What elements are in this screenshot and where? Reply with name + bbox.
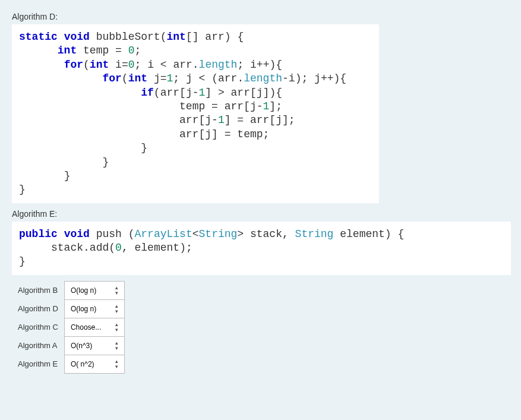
semi: ; bbox=[301, 72, 308, 84]
kw-int: int bbox=[58, 45, 77, 56]
lparen: ( bbox=[154, 87, 160, 99]
op-eq: = bbox=[237, 114, 244, 126]
semi: ; bbox=[237, 59, 244, 71]
semi: ; bbox=[135, 59, 141, 71]
dot: . bbox=[192, 59, 199, 71]
code-block-d: static void bubbleSort(int[] arr) { int … bbox=[12, 24, 379, 203]
comma: , bbox=[122, 242, 128, 254]
id-i: i bbox=[115, 59, 122, 71]
id-j: j bbox=[205, 114, 211, 126]
semi: ; bbox=[276, 100, 282, 112]
answer-label: Algorithm A bbox=[12, 336, 64, 355]
type-string: String bbox=[295, 228, 334, 240]
answer-row: Algorithm A O(n^3) ▴▾ bbox=[12, 336, 124, 355]
kw-static: static bbox=[19, 31, 58, 43]
op-eq: = bbox=[160, 72, 167, 84]
chevron-updown-icon: ▴▾ bbox=[115, 359, 118, 370]
answer-label: Algorithm D bbox=[12, 299, 64, 318]
answer-select[interactable]: O(n^3) ▴▾ bbox=[64, 336, 124, 355]
chevron-updown-icon: ▴▾ bbox=[115, 304, 118, 314]
op-lt: < bbox=[192, 228, 199, 240]
id-temp: temp bbox=[179, 100, 205, 112]
lbr: [ bbox=[198, 128, 205, 140]
num-0: 0 bbox=[128, 45, 135, 56]
select-value: O( n^2) bbox=[71, 360, 94, 368]
chevron-updown-icon: ▴▾ bbox=[115, 322, 118, 333]
comma: , bbox=[282, 228, 289, 240]
rparen: ) bbox=[385, 228, 391, 240]
type-arraylist: ArrayList bbox=[135, 228, 192, 240]
chevron-updown-icon: ▴▾ bbox=[115, 340, 118, 351]
num-1: 1 bbox=[218, 114, 225, 126]
rbr: ] bbox=[192, 31, 199, 43]
id-j: j bbox=[250, 100, 257, 112]
answer-row: Algorithm E O( n^2) ▴▾ bbox=[12, 355, 124, 373]
num-1: 1 bbox=[199, 87, 206, 99]
kw-void: void bbox=[64, 31, 90, 43]
id-arr: arr bbox=[179, 114, 198, 126]
id-arr: arr bbox=[225, 100, 244, 112]
answer-row: Algorithm C Choose... ▴▾ bbox=[12, 318, 124, 336]
op-minus: - bbox=[192, 87, 199, 99]
rbrace: } bbox=[19, 255, 26, 267]
method-bubblesort: bubbleSort bbox=[96, 31, 160, 43]
op-eq: = bbox=[122, 59, 128, 71]
code-block-e: public void push (ArrayList<String> stac… bbox=[12, 222, 511, 275]
rbr: ] bbox=[225, 114, 231, 126]
op-lt: < bbox=[160, 59, 167, 71]
rbrace: } bbox=[102, 156, 109, 168]
op-gt: > bbox=[237, 228, 244, 240]
answer-select[interactable]: Choose... ▴▾ bbox=[64, 318, 124, 336]
lbr: [ bbox=[198, 114, 205, 126]
id-element: element bbox=[340, 228, 385, 240]
rbr: ] bbox=[211, 128, 218, 140]
op-eq: = bbox=[211, 100, 218, 112]
id-temp: temp bbox=[237, 128, 263, 140]
id-arr: arr bbox=[231, 87, 250, 99]
id-element: element bbox=[135, 242, 180, 254]
method-push: push bbox=[96, 228, 122, 240]
lbrace: { bbox=[276, 87, 282, 99]
answer-select[interactable]: O( n^2) ▴▾ bbox=[64, 355, 124, 373]
id-j: j bbox=[276, 114, 282, 126]
rbrace: } bbox=[64, 170, 71, 182]
lbr: [ bbox=[269, 114, 276, 126]
id-temp: temp bbox=[83, 45, 109, 56]
id-arr: arr bbox=[205, 31, 224, 43]
answer-select[interactable]: O(log n) ▴▾ bbox=[64, 281, 124, 299]
answer-label: Algorithm B bbox=[12, 281, 64, 299]
semi: ; bbox=[289, 114, 295, 126]
id-j: j bbox=[186, 87, 192, 99]
kw-int: int bbox=[90, 59, 109, 71]
id-i: i bbox=[289, 72, 295, 84]
lparen: ( bbox=[109, 242, 115, 254]
rparen: ) bbox=[179, 242, 186, 254]
id-ipp: i++ bbox=[250, 59, 269, 71]
id-stack: stack bbox=[250, 228, 282, 240]
chevron-updown-icon: ▴▾ bbox=[115, 285, 118, 296]
op-eq: = bbox=[115, 45, 122, 56]
num-0: 0 bbox=[128, 59, 135, 71]
rparen: ) bbox=[334, 72, 340, 84]
num-0: 0 bbox=[115, 242, 122, 254]
rbr: ] bbox=[263, 87, 270, 99]
lparen: ( bbox=[128, 228, 135, 240]
rparen: ) bbox=[225, 31, 231, 43]
kw-for: for bbox=[102, 72, 121, 84]
op-eq: = bbox=[225, 128, 231, 140]
rbrace: } bbox=[19, 184, 26, 195]
op-minus: - bbox=[282, 72, 289, 84]
num-1: 1 bbox=[167, 72, 173, 84]
lparen: ( bbox=[83, 59, 90, 71]
lbr: [ bbox=[179, 87, 186, 99]
num-1: 1 bbox=[263, 100, 270, 112]
lbr: [ bbox=[186, 31, 192, 43]
id-arr: arr bbox=[218, 72, 237, 84]
rparen: ) bbox=[269, 59, 276, 71]
lbrace: { bbox=[276, 59, 282, 71]
algorithm-d-label: Algorithm D: bbox=[12, 12, 509, 21]
op-gt: > bbox=[218, 87, 225, 99]
rbr: ] bbox=[269, 100, 276, 112]
lbr: [ bbox=[244, 100, 250, 112]
answer-select[interactable]: O(log n) ▴▾ bbox=[64, 299, 124, 318]
